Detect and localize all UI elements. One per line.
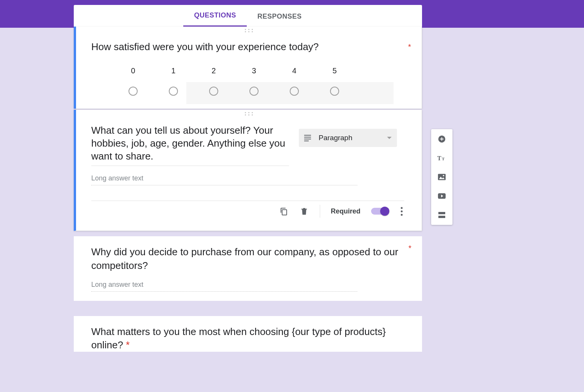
scale-label: 3: [252, 66, 256, 75]
divider: [320, 205, 320, 218]
question-card-linear-scale[interactable]: How satisfied were you with your experie…: [74, 27, 422, 109]
question-card-paragraph-editing[interactable]: Paragraph Long answer text Required: [74, 110, 422, 231]
drag-handle[interactable]: [76, 110, 422, 117]
question-title: How satisfied were you with your experie…: [91, 40, 404, 54]
question-card-paragraph[interactable]: Why did you decide to purchase from our …: [74, 236, 422, 300]
scale-label: 4: [292, 66, 296, 75]
required-indicator: *: [408, 244, 411, 253]
question-card-paragraph[interactable]: What matters to you the most when choosi…: [74, 316, 422, 352]
scale-radio-5[interactable]: [330, 87, 339, 96]
paragraph-icon: [304, 135, 311, 141]
tab-questions[interactable]: QUESTIONS: [183, 5, 247, 27]
form-container: QUESTIONS RESPONSES How satisfied were y…: [74, 5, 422, 352]
required-indicator: *: [408, 43, 411, 51]
delete-button[interactable]: [299, 206, 309, 216]
question-footer: Required: [91, 201, 404, 218]
svg-rect-4: [438, 174, 446, 180]
duplicate-button[interactable]: [279, 206, 289, 216]
svg-rect-10: [438, 216, 445, 218]
question-title: What matters to you the most when choosi…: [91, 325, 405, 352]
question-title-input[interactable]: [91, 123, 289, 166]
scale-radio-1[interactable]: [169, 87, 178, 96]
drag-handle[interactable]: [76, 27, 422, 33]
scale-label: 5: [332, 66, 336, 75]
question-title: Why did you decide to purchase from our …: [91, 245, 405, 272]
side-toolbar: TT: [431, 129, 452, 225]
long-answer-placeholder: Long answer text: [91, 174, 357, 185]
tab-responses[interactable]: RESPONSES: [247, 6, 313, 27]
required-label: Required: [331, 207, 360, 215]
scale-label: 1: [171, 66, 175, 75]
add-question-button[interactable]: [437, 134, 446, 144]
scale-label: 0: [131, 66, 135, 75]
svg-text:T: T: [442, 156, 445, 161]
scale-label: 2: [211, 66, 216, 75]
scale-radio-4[interactable]: [290, 87, 299, 96]
question-type-selector[interactable]: Paragraph: [299, 129, 397, 147]
type-label: Paragraph: [319, 134, 379, 142]
chevron-down-icon: [387, 137, 392, 139]
scale-radio-2[interactable]: [209, 87, 218, 96]
scale-radio-3[interactable]: [249, 87, 259, 96]
scale-radio-0[interactable]: [129, 87, 138, 96]
add-section-button[interactable]: [437, 210, 446, 220]
add-title-button[interactable]: TT: [437, 153, 446, 163]
tabs-bar: QUESTIONS RESPONSES: [74, 5, 422, 27]
svg-rect-9: [438, 212, 445, 214]
svg-rect-0: [282, 210, 287, 215]
svg-text:T: T: [437, 155, 441, 161]
long-answer-placeholder: Long answer text: [91, 281, 357, 292]
more-options-button[interactable]: [399, 205, 404, 217]
svg-point-6: [443, 175, 444, 177]
required-toggle[interactable]: [371, 208, 389, 215]
add-video-button[interactable]: [437, 191, 446, 201]
add-image-button[interactable]: [437, 172, 446, 182]
